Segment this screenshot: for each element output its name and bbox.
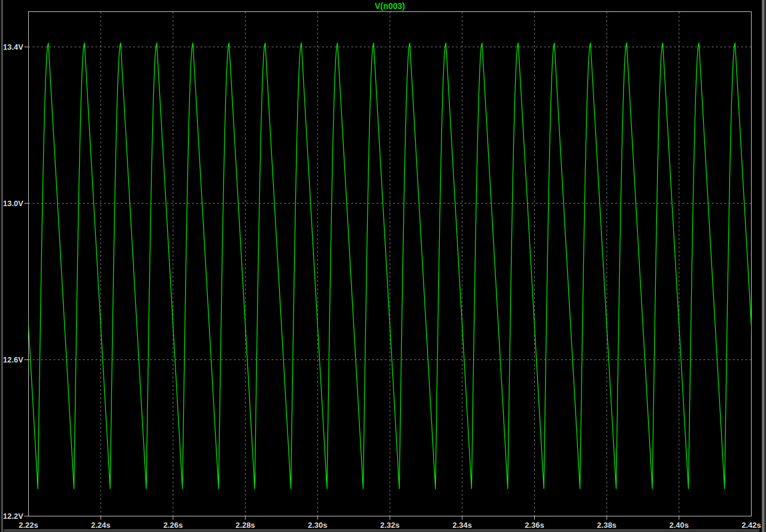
plot-title: V(n003) [375, 1, 405, 11]
x-tick-label: 2.28s [235, 521, 255, 530]
y-tick-label: 13.0V [3, 199, 23, 208]
x-tick-label: 2.38s [597, 521, 617, 530]
y-tick-label: 13.4V [3, 43, 23, 52]
y-tick-label: 12.2V [3, 512, 23, 521]
y-tick-label: 12.6V [3, 355, 23, 364]
x-tick-label: 2.40s [670, 521, 689, 530]
x-tick-label: 2.34s [452, 521, 472, 530]
x-tick-label: 2.32s [380, 521, 400, 530]
x-tick-label: 2.42s [741, 521, 761, 530]
grid-layer [29, 12, 752, 516]
x-tick-label: 2.22s [19, 521, 38, 530]
waveform-viewer-window: V(n003) 2.22s2.24s2.26s2.28s2.30s2.32s2.… [0, 0, 766, 532]
x-tick-label: 2.26s [164, 521, 183, 530]
x-tick-label: 2.30s [308, 521, 328, 530]
x-tick-label: 2.24s [91, 521, 111, 530]
plot-svg[interactable]: V(n003) 2.22s2.24s2.26s2.28s2.30s2.32s2.… [0, 0, 766, 532]
waveform-trace [2, 43, 766, 489]
trace-layer [2, 43, 766, 489]
x-tick-label: 2.36s [525, 521, 544, 530]
